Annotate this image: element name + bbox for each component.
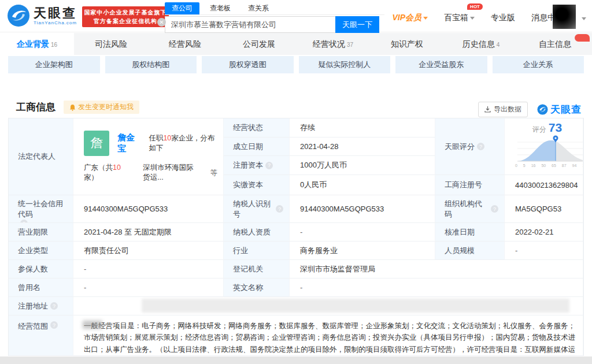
header: 天眼查 TianYanCha.com 国家中小企业发展子基金旗下 官方备案企业征…	[0, 0, 592, 32]
tab-judicial-risk[interactable]: 司法风险	[74, 33, 148, 55]
help-icon[interactable]: ?	[50, 302, 58, 310]
tab-operating-risk[interactable]: 经营风险	[148, 33, 222, 55]
field-label: 经营范围	[18, 321, 48, 332]
search-tabs: 查公司 查老板 查关系	[165, 2, 384, 15]
search-button[interactable]: 天眼一下	[335, 16, 379, 33]
btn-beneficial-shareholders[interactable]: 企业受益股东	[395, 56, 487, 73]
cert-line1: 国家中小企业发展子基金旗下	[84, 8, 167, 17]
btn-equity-structure-chart[interactable]: 股权结构图	[105, 56, 197, 73]
registry-value: 深圳市市场监督管理局	[290, 260, 583, 278]
search-tab-boss[interactable]: 查老板	[203, 2, 238, 14]
download-icon	[484, 106, 491, 113]
search-area: 查公司 查老板 查关系 天眼一下	[165, 2, 384, 33]
tick: 0	[515, 164, 517, 168]
tab-intellectual-property[interactable]: 知识产权	[370, 33, 444, 55]
hot-badge: HOT	[467, 3, 483, 10]
search-tab-company[interactable]: 查公司	[165, 2, 199, 14]
help-icon[interactable]: ?	[50, 321, 58, 329]
tab-self-info[interactable]: 自主信息	[518, 33, 592, 55]
field-label: 天眼评分	[445, 142, 475, 152]
btn-company-relations[interactable]: 企业关系	[493, 56, 584, 73]
vip-menu-item[interactable]: VIP会员	[392, 13, 428, 23]
watermark-brand: 天眼查	[550, 103, 582, 116]
former-name-label: 曾用名	[9, 278, 73, 297]
tick: 5	[523, 164, 526, 168]
tab-company-background[interactable]: 企业背景16	[0, 33, 74, 55]
address-value	[73, 297, 583, 315]
vip-label: VIP会员	[392, 13, 421, 22]
score-chart[interactable]: 评分73 0 5 16 50 65 87 94 100	[505, 118, 583, 175]
taxpayer-id-label: 纳税人识别号?	[224, 195, 290, 223]
field-label: 人员规模	[445, 246, 475, 256]
region-text[interactable]: 广东（共10家）	[84, 163, 123, 183]
paid-capital-label: 实缴资本	[224, 175, 290, 195]
field-label: 注册资本	[233, 160, 263, 170]
tab-company-development[interactable]: 公司发展	[222, 33, 296, 55]
tab-label: 历史信息	[462, 39, 495, 49]
account-caret[interactable]	[580, 13, 586, 23]
search-input[interactable]	[165, 16, 335, 33]
pro-menu-item[interactable]: 专业版	[491, 13, 515, 23]
btn-equity-penetration-chart[interactable]: 股权穿透图	[202, 56, 294, 73]
watermark-logo: 天眼查	[537, 103, 582, 116]
clear-icon[interactable]: ✕	[157, 18, 166, 27]
legal-rep-cell: 詹 詹金宝 任职10家企业，分布如下 广东（共10家） 深圳市环海国际货运...…	[73, 118, 224, 195]
staff-size-label: 人员规模	[435, 242, 505, 260]
help-icon[interactable]: ?	[477, 143, 484, 150]
export-data-button[interactable]: 导出数据	[478, 102, 528, 117]
scope-text: 一般经营项目是：电子商务；网络科技研发；网络商务服务；数据库服务、数据库管理；企…	[84, 320, 577, 356]
redaction-block	[553, 5, 576, 29]
toolbox-label: 百宝箱	[444, 13, 468, 22]
help-icon[interactable]: ?	[491, 205, 498, 213]
registry-label: 登记机关	[224, 260, 290, 278]
org-code-label: 组织机构代码?	[435, 195, 505, 223]
tab-history-info[interactable]: 历史信息4	[444, 33, 518, 55]
term-value: 2021-04-28 至 无固定期限	[73, 223, 224, 242]
help-icon[interactable]: ?	[276, 205, 283, 213]
tick: 100	[582, 164, 583, 168]
brand-name: 天眼查	[34, 6, 77, 20]
caret-down-icon	[582, 17, 586, 20]
brand-domain: TianYanCha.com	[34, 20, 77, 25]
status-label: 经营状态	[224, 118, 290, 138]
staff-size-value: -	[505, 242, 583, 260]
field-label: 法定代表人	[18, 151, 56, 162]
export-label: 导出数据	[494, 105, 521, 114]
notify-change-button[interactable]: 发生变更时通知我	[64, 101, 139, 114]
caret-down-icon	[470, 17, 475, 20]
btn-suspected-controller[interactable]: 疑似实际控制人	[299, 56, 391, 73]
legal-rep-name-link[interactable]: 詹金宝	[117, 132, 139, 154]
toolbox-menu-item[interactable]: HOT 百宝箱	[444, 13, 475, 23]
score-axis-ticks: 0 5 16 50 65 87 94 100	[515, 164, 583, 168]
field-label: 成立日期	[233, 142, 263, 152]
reg-capital-value: 1000万人民币	[290, 156, 435, 175]
established-value: 2021-04-28	[290, 138, 435, 156]
field-label: 组织机构代码	[445, 199, 489, 220]
graph-buttons: 企业架构图 股权结构图 股权穿透图 疑似实际控制人 企业受益股东 企业关系	[8, 56, 584, 73]
search-tab-relation[interactable]: 查关系	[241, 2, 276, 14]
red-badge	[575, 34, 590, 42]
field-label: 企业类型	[18, 246, 48, 256]
related-company-link[interactable]: 深圳市环海国际货运...	[143, 163, 197, 183]
region-count: 10	[113, 164, 121, 172]
avatar[interactable]: 詹	[84, 131, 109, 156]
btn-company-structure-chart[interactable]: 企业架构图	[8, 56, 100, 73]
address-label: 注册地址?	[9, 297, 73, 315]
redaction-block	[142, 299, 569, 313]
help-icon[interactable]: ?	[265, 162, 273, 169]
tenure-text: 任职10家企业，分布如下	[149, 133, 217, 153]
insured-value: -	[73, 260, 224, 278]
tick: 94	[572, 164, 577, 168]
field-label: 参保人数	[18, 264, 48, 274]
tab-operating-status[interactable]: 经营状况37	[296, 33, 370, 55]
score-prefix: 评分	[532, 125, 546, 133]
bell-icon	[69, 104, 76, 111]
tab-label: 司法风险	[95, 39, 127, 49]
etc-text: 等	[210, 168, 218, 178]
cert-badge: 国家中小企业发展子基金旗下 官方备案企业征信机构	[82, 6, 169, 27]
tianyancha-logo-icon	[537, 104, 548, 115]
credit-code-value: 91440300MA5GQPG533	[73, 195, 224, 223]
scope-value: 一般经营项目是：电子商务；网络科技研发；网络商务服务；数据库服务、数据库管理；企…	[73, 315, 583, 356]
redaction-block	[83, 321, 102, 329]
tianyancha-logo[interactable]: 天眼查 TianYanCha.com	[7, 4, 77, 27]
